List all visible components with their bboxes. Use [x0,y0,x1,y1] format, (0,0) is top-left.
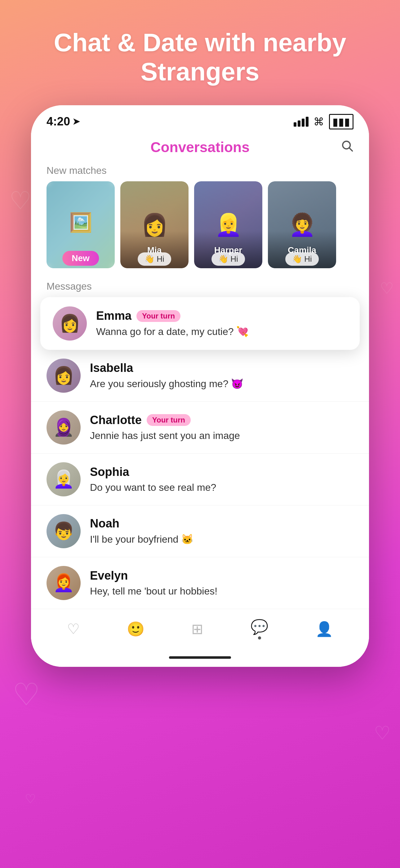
match-hi-harper[interactable]: 👋 Hi [211,252,245,266]
home-bar [169,656,231,659]
charlotte-name: Charlotte [90,413,142,427]
evelyn-name: Evelyn [90,569,128,582]
profile-icon: 👤 [315,621,333,637]
matches-row: 🖼️ New 👩 Mia 👋 Hi 👱‍♀️ [31,181,369,278]
avatar-noah: 👦 [46,514,80,548]
match-card-camila[interactable]: 👩‍🦱 Camila 👋 Hi [268,181,336,268]
time-text: 4:20 [46,115,70,128]
featured-message-content: Emma Your turn Wanna go for a date, my c… [96,309,347,337]
message-item-isabella[interactable]: 👩 Isabella Are you seriously ghosting me… [31,350,369,402]
nav-profile[interactable]: 👤 [309,617,339,641]
charlotte-preview: Jennie has just sent you an image [90,430,354,441]
nav-grid[interactable]: ⊞ [185,617,210,641]
heart-icon: ♡ [67,621,80,637]
status-bar: 4:20 ➤ ⌘ ▮▮▮ [31,105,369,132]
match-hi-camila[interactable]: 👋 Hi [285,252,319,266]
bg-heart-5: ♡ [25,792,36,806]
active-dot [258,637,261,640]
nav-chat[interactable]: 💬 [244,615,274,643]
battery-icon: ▮▮▮ [329,114,354,129]
signal-icon [294,117,308,127]
message-item-noah[interactable]: 👦 Noah I'll be your boyfriend 🐱 [31,505,369,557]
featured-message-card[interactable]: 👩 Emma Your turn Wanna go for a date, my… [40,297,360,350]
nav-likes[interactable]: ♡ [61,617,86,641]
nav-faces[interactable]: 🙂 [121,617,151,641]
noah-preview: I'll be your boyfriend 🐱 [90,533,354,545]
noah-name: Noah [90,517,120,530]
screen-title: Conversations [151,139,249,156]
avatar-isabella: 👩 [46,359,80,393]
sophia-preview: Do you want to see real me? [90,482,354,493]
avatar-charlotte: 🧕 [46,410,80,444]
message-item-sophia[interactable]: 👩‍🦳 Sophia Do you want to see real me? [31,454,369,505]
home-indicator [31,648,369,667]
messages-label: Messages [31,278,369,297]
promo-headline: Chat & Date with nearby Strangers [35,28,365,87]
emma-name-row: Emma Your turn [96,309,347,322]
avatar-emma: 👩 [53,306,87,341]
new-badge: New [62,251,99,266]
messages-list: 👩 Isabella Are you seriously ghosting me… [31,350,369,609]
status-icons: ⌘ ▮▮▮ [294,114,354,129]
location-arrow-icon: ➤ [72,116,80,127]
search-button[interactable] [340,139,354,155]
emma-name: Emma [96,309,131,322]
message-item-evelyn[interactable]: 👩‍🦰 Evelyn Hey, tell me 'bout ur hobbies… [31,557,369,609]
wifi-icon: ⌘ [313,116,324,128]
grid-icon: ⊞ [191,621,203,637]
conversations-header: Conversations [31,132,369,162]
bg-heart-1: ♡ [9,186,32,215]
your-turn-badge-emma: Your turn [136,310,180,322]
smiley-icon: 🙂 [127,621,144,637]
app-content: Conversations New matches 🖼️ New [31,132,369,648]
sophia-name: Sophia [90,465,129,479]
status-time: 4:20 ➤ [46,115,80,128]
chat-icon: 💬 [251,618,268,635]
avatar-sophia: 👩‍🦳 [46,462,80,496]
emma-preview: Wanna go for a date, my cutie? 💘 [96,326,347,337]
match-hi-mia[interactable]: 👋 Hi [138,252,171,266]
avatar-evelyn: 👩‍🦰 [46,566,80,600]
phone-frame: 4:20 ➤ ⌘ ▮▮▮ Conversations [31,105,369,667]
svg-line-1 [349,148,353,151]
isabella-preview: Are you seriously ghosting me? 😈 [90,378,354,390]
your-turn-badge-charlotte: Your turn [147,414,191,426]
bg-heart-4: ♡ [374,722,391,744]
photo-icon: 🖼️ [69,211,92,234]
bg-heart-2: ♡ [380,279,394,298]
match-card-mia[interactable]: 👩 Mia 👋 Hi [120,181,189,268]
match-card-harper[interactable]: 👱‍♀️ Harper 👋 Hi [194,181,262,268]
isabella-name: Isabella [90,361,133,375]
bg-heart-3: ♡ [12,677,40,713]
bottom-nav: ♡ 🙂 ⊞ 💬 👤 [31,609,369,648]
message-item-charlotte[interactable]: 🧕 Charlotte Your turn Jennie has just se… [31,402,369,454]
evelyn-preview: Hey, tell me 'bout ur hobbies! [90,586,354,597]
match-card-new[interactable]: 🖼️ New [46,181,115,268]
new-matches-label: New matches [31,162,369,181]
